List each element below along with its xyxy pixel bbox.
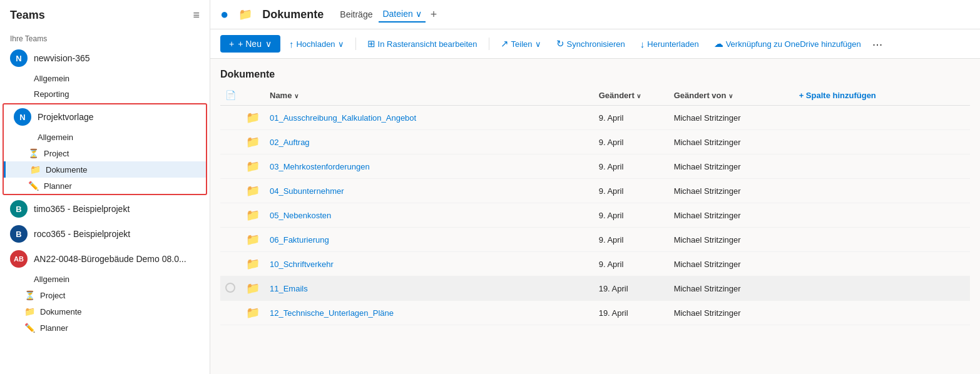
row-radio[interactable] [225, 283, 235, 293]
nav-add-tab[interactable]: + [431, 8, 437, 21]
table-row[interactable]: 📁02_Auftrag9. AprilMichael Stritzinger [220, 130, 970, 154]
channel-allgemein-projektvorlage[interactable]: Allgemein [4, 129, 206, 145]
file-name[interactable]: 12_Technische_Unterlagen_Pläne [265, 301, 594, 325]
file-name[interactable]: 02_Auftrag [265, 130, 594, 154]
copy-action-icon[interactable]: ⧉ [329, 283, 335, 294]
table-row[interactable]: 📁04_Subunternehmer9. AprilMichael Stritz… [220, 179, 970, 203]
team-item-timo365[interactable]: B timo365 - Beispielprojekt ··· [0, 196, 210, 221]
toolbar: + + Neu ∨ ↑ Hochladen ∨ ⊞ In Rasteransic… [210, 29, 980, 59]
file-name[interactable]: 10_Schriftverkehr [265, 252, 594, 276]
team-item-projektvorlage[interactable]: N Projektvorlage ··· [4, 104, 206, 129]
file-name[interactable]: 05_Nebenkosten [265, 203, 594, 228]
table-row[interactable]: 📁05_Nebenkosten9. AprilMichael Stritzing… [220, 203, 970, 228]
file-name-text: 01_Ausschreibung_Kalkulation_Angebot [270, 113, 416, 123]
nav-dateien[interactable]: Dateien ∨ [379, 6, 425, 23]
projektvorlage-block: N Projektvorlage ··· Allgemein ⏳ Project… [3, 103, 207, 195]
planner-icon: ✏️ [28, 181, 39, 191]
file-name-text: 05_Nebenkosten [270, 211, 331, 220]
file-date: 9. April [594, 154, 669, 179]
avatar-timo365: B [10, 200, 28, 218]
onedrive-button[interactable]: ☁ Verknüpfung zu OneDrive hinzufügen [708, 34, 867, 53]
file-date: 9. April [594, 106, 669, 130]
onedrive-label: Verknüpfung zu OneDrive hinzufügen [726, 39, 861, 49]
new-plus-icon: + [229, 39, 234, 49]
table-row[interactable]: 📁01_Ausschreibung_Kalkulation_Angebot9. … [220, 106, 970, 130]
file-name-text: 02_Auftrag [270, 138, 310, 147]
col-add-label: + Spalte hinzufügen [799, 91, 876, 100]
folder-icon: 📁 [246, 258, 260, 270]
file-date: 9. April [594, 179, 669, 203]
channel-project-an22[interactable]: ⏳ Project [0, 287, 210, 303]
col-header-changed-by[interactable]: Geändert von [669, 85, 794, 106]
channel-dokumente-an22[interactable]: 📁 Dokumente [0, 303, 210, 320]
file-name[interactable]: 11_Emails ↗ ⧉ ··· [265, 276, 594, 301]
file-name[interactable]: 03_Mehrkostenforderungen [265, 154, 594, 179]
section-label: Ihre Teams [0, 31, 210, 46]
channel-dokumente-an22-label: Dokumente [40, 307, 81, 316]
planner-icon-an22: ✏️ [24, 323, 35, 333]
toolbar-more-icon[interactable]: ··· [872, 37, 883, 51]
top-bar: ● 📁 Dokumente Beiträge Dateien ∨ + [210, 0, 980, 29]
share-action-icon[interactable]: ↗ [315, 283, 324, 294]
team-name-newvision: newvision-365 [34, 53, 190, 63]
channel-planner-projektvorlage[interactable]: ✏️ Planner [4, 178, 206, 194]
col-header-add[interactable]: + Spalte hinzufügen [794, 85, 970, 106]
folder-icon: 📁 [246, 160, 260, 173]
table-row[interactable]: 📁12_Technische_Unterlagen_Pläne19. April… [220, 301, 970, 325]
folder-icon: 📁 [246, 306, 260, 319]
table-row[interactable]: 📁11_Emails ↗ ⧉ ··· 19. AprilMichael Stri… [220, 276, 970, 301]
channel-allgemein-an22[interactable]: Allgemein [0, 271, 210, 287]
herunterladen-button[interactable]: ↓ Herunterladen [634, 35, 705, 53]
channel-reporting[interactable]: Reporting [0, 86, 210, 102]
file-date: 9. April [594, 130, 669, 154]
file-name[interactable]: 06_Fakturierung [265, 228, 594, 252]
file-name-text: 03_Mehrkostenforderungen [270, 162, 370, 171]
team-item-roco365[interactable]: B roco365 - Beispielprojekt ··· [0, 221, 210, 246]
file-author: Michael Stritzinger [669, 228, 794, 252]
col-header-name[interactable]: Name [265, 85, 594, 106]
teilen-label: Teilen [511, 39, 533, 49]
col-changed-by-label: Geändert von [674, 91, 727, 100]
table-row[interactable]: 📁03_Mehrkostenforderungen9. AprilMichael… [220, 154, 970, 179]
team-name-timo365: timo365 - Beispielprojekt [34, 204, 190, 214]
folder-icon: 📁 [246, 233, 260, 246]
file-author: Michael Stritzinger [669, 276, 794, 301]
channel-allgemein-newvision[interactable]: Allgemein [0, 71, 210, 86]
rasteransicht-button[interactable]: ⊞ In Rasteransicht bearbeiten [361, 34, 484, 53]
channel-dokumente-label: Dokumente [46, 165, 87, 174]
sidebar-menu-icon[interactable]: ≡ [193, 9, 200, 22]
file-date: 9. April [594, 203, 669, 228]
channel-planner-an22[interactable]: ✏️ Planner [0, 320, 210, 336]
hochladen-label: Hochladen [296, 39, 335, 49]
team-item-newvision[interactable]: N newvision-365 ··· [0, 46, 210, 71]
teilen-button[interactable]: ↗ Teilen ∨ [494, 34, 548, 53]
synchronisieren-button[interactable]: ↻ Synchronisieren [550, 34, 631, 53]
table-row[interactable]: 📁06_Fakturierung9. AprilMichael Stritzin… [220, 228, 970, 252]
file-author: Michael Stritzinger [669, 130, 794, 154]
hochladen-icon: ↑ [289, 39, 294, 49]
channel-dokumente-projektvorlage[interactable]: 📁 Dokumente [4, 161, 206, 178]
sidebar: Teams ≡ Ihre Teams N newvision-365 ··· A… [0, 0, 210, 374]
team-item-an22[interactable]: AB AN22-0048-Bürogebäude Demo 08.0... ··… [0, 246, 210, 271]
file-name[interactable]: 04_Subunternehmer [265, 179, 594, 203]
new-button[interactable]: + + Neu ∨ [220, 35, 280, 53]
folder-icon: 📁 [246, 136, 260, 148]
file-name-text: 12_Technische_Unterlagen_Pläne [270, 308, 394, 318]
file-name-text: 11_Emails [270, 284, 308, 293]
teilen-icon: ↗ [501, 38, 509, 49]
nav-beitraege[interactable]: Beiträge [336, 7, 376, 22]
col-header-changed[interactable]: Geändert [594, 85, 669, 106]
more-action-icon[interactable]: ··· [340, 283, 349, 294]
channel-project-projektvorlage[interactable]: ⏳ Project [4, 145, 206, 161]
hochladen-button[interactable]: ↑ Hochladen ∨ [283, 35, 350, 53]
file-date: 9. April [594, 252, 669, 276]
file-author: Michael Stritzinger [669, 203, 794, 228]
file-name-text: 04_Subunternehmer [270, 186, 344, 196]
file-date: 9. April [594, 228, 669, 252]
file-name-text: 06_Fakturierung [270, 235, 329, 245]
table-row[interactable]: 📁10_Schriftverkehr9. AprilMichael Stritz… [220, 252, 970, 276]
topbar-title: Dokumente [262, 8, 324, 21]
file-name[interactable]: 01_Ausschreibung_Kalkulation_Angebot [265, 106, 594, 130]
channel-project-an22-label: Project [40, 291, 65, 300]
hochladen-chevron: ∨ [338, 39, 344, 49]
